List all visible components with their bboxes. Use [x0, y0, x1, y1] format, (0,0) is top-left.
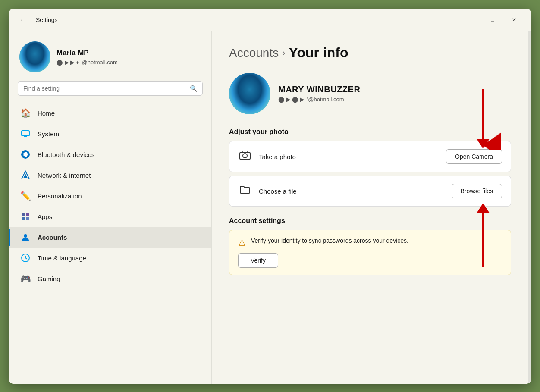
svg-rect-9: [22, 217, 25, 220]
sidebar: María MP ⬤ ▶ ▶ ♦ @hotmail.com 🔍 🏠 Home: [9, 31, 212, 384]
user-name: María MP: [57, 49, 201, 57]
adjust-photo-title: Adjust your photo: [229, 128, 511, 136]
profile-name: MARY WINBUZZER: [278, 85, 360, 94]
svg-rect-0: [22, 131, 29, 136]
maximize-button[interactable]: □: [483, 13, 502, 27]
profile-section: MARY WINBUZZER ⬤ ▶ ⬤ ▶ '@hotmail.com: [229, 73, 511, 114]
accounts-icon: [19, 231, 31, 243]
home-icon: 🏠: [19, 107, 31, 119]
take-photo-label: Take a photo: [259, 153, 439, 160]
svg-rect-7: [22, 213, 25, 216]
profile-avatar: [229, 73, 270, 114]
open-camera-button[interactable]: Open Camera: [446, 149, 502, 164]
profile-email-decorations: ⬤ ▶ ⬤ ▶: [278, 96, 305, 103]
breadcrumb-parent[interactable]: Accounts: [229, 46, 279, 60]
sidebar-item-bluetooth-label: Bluetooth & devices: [38, 151, 95, 158]
sidebar-nav: 🏠 Home System: [9, 103, 211, 289]
sidebar-item-personalization[interactable]: ✏️ Personalization: [9, 185, 211, 206]
titlebar: ← Settings ─ □ ✕: [9, 9, 531, 31]
sidebar-item-home-label: Home: [38, 110, 55, 117]
folder-icon: [238, 184, 252, 198]
sidebar-item-network[interactable]: Network & internet: [9, 165, 211, 185]
user-email-row: ⬤ ▶ ▶ ♦ @hotmail.com: [57, 59, 201, 66]
camera-icon: [238, 149, 252, 164]
sidebar-item-system-label: System: [38, 130, 59, 138]
profile-email-row: ⬤ ▶ ⬤ ▶ '@hotmail.com: [278, 96, 360, 103]
main-layout: María MP ⬤ ▶ ▶ ♦ @hotmail.com 🔍 🏠 Home: [9, 31, 531, 384]
network-icon: [19, 169, 31, 181]
sidebar-item-apps-label: Apps: [38, 213, 52, 220]
system-icon: [19, 128, 31, 140]
time-icon: [19, 252, 31, 264]
profile-info: MARY WINBUZZER ⬤ ▶ ⬤ ▶ '@hotmail.com: [278, 85, 360, 103]
sidebar-item-gaming[interactable]: 🎮 Gaming: [9, 268, 211, 289]
sidebar-item-accounts[interactable]: Accounts: [9, 227, 211, 248]
svg-line-14: [25, 258, 27, 259]
svg-rect-8: [26, 213, 29, 216]
personalization-icon: ✏️: [19, 190, 31, 202]
take-photo-card: Take a photo Open Camera: [229, 141, 511, 172]
search-input[interactable]: [23, 85, 186, 92]
verify-button[interactable]: Verify: [238, 253, 278, 268]
search-box[interactable]: 🔍: [18, 81, 203, 96]
breadcrumb-separator: ›: [282, 47, 285, 59]
user-info: María MP ⬤ ▶ ▶ ♦ @hotmail.com: [57, 49, 201, 66]
browse-files-button[interactable]: Browse files: [452, 184, 502, 198]
titlebar-left: ← Settings: [16, 14, 456, 26]
minimize-button[interactable]: ─: [461, 13, 481, 27]
bluetooth-icon: ⭓: [19, 148, 31, 160]
window-title: Settings: [36, 16, 58, 23]
user-section: María MP ⬤ ▶ ▶ ♦ @hotmail.com: [9, 38, 211, 81]
search-icon: 🔍: [190, 85, 197, 92]
sidebar-item-time[interactable]: Time & language: [9, 248, 211, 268]
sidebar-item-bluetooth[interactable]: ⭓ Bluetooth & devices: [9, 144, 211, 165]
settings-window: ← Settings ─ □ ✕ María MP ⬤ ▶ ▶ ♦ @hotma…: [9, 9, 531, 384]
account-settings-title: Account settings: [229, 217, 511, 225]
profile-email: '@hotmail.com: [307, 96, 344, 103]
choose-file-card: Choose a file Browse files: [229, 176, 511, 207]
adjust-photo-section: Adjust your photo Take a photo: [229, 128, 511, 207]
account-settings-section: Account settings ⚠ Verify your identity …: [229, 217, 511, 275]
back-button[interactable]: ←: [16, 14, 31, 26]
photo-cards-container: Take a photo Open Camera: [229, 141, 511, 207]
titlebar-controls: ─ □ ✕: [461, 13, 524, 27]
sidebar-item-accounts-label: Accounts: [38, 234, 67, 241]
sidebar-item-home[interactable]: 🏠 Home: [9, 103, 211, 123]
warning-card: ⚠ Verify your identity to sync passwords…: [229, 230, 511, 275]
gaming-icon: 🎮: [19, 273, 31, 285]
main-content: Accounts › Your info MARY WINBUZZER ⬤ ▶ …: [212, 31, 528, 384]
breadcrumb: Accounts › Your info: [229, 45, 511, 61]
sidebar-item-system[interactable]: System: [9, 123, 211, 144]
apps-icon: [19, 210, 31, 223]
avatar: [19, 41, 50, 72]
breadcrumb-current: Your info: [289, 45, 348, 61]
svg-text:⭓: ⭓: [23, 151, 28, 158]
svg-rect-10: [26, 217, 29, 220]
sidebar-item-personalization-label: Personalization: [38, 192, 82, 200]
warning-text: Verify your identity to sync passwords a…: [251, 237, 502, 244]
svg-point-16: [243, 154, 247, 158]
warning-icon: ⚠: [238, 238, 246, 248]
email-decorations: ⬤ ▶ ▶ ♦: [57, 59, 79, 66]
warning-row: ⚠ Verify your identity to sync passwords…: [238, 237, 502, 248]
sidebar-item-network-label: Network & internet: [38, 172, 91, 179]
scrollbar[interactable]: [528, 31, 531, 384]
sidebar-item-time-label: Time & language: [38, 254, 86, 262]
choose-file-label: Choose a file: [259, 188, 445, 195]
svg-point-11: [24, 234, 27, 238]
sidebar-item-apps[interactable]: Apps: [9, 206, 211, 227]
user-email: @hotmail.com: [82, 59, 117, 66]
close-button[interactable]: ✕: [504, 13, 524, 27]
sidebar-item-gaming-label: Gaming: [38, 275, 60, 282]
